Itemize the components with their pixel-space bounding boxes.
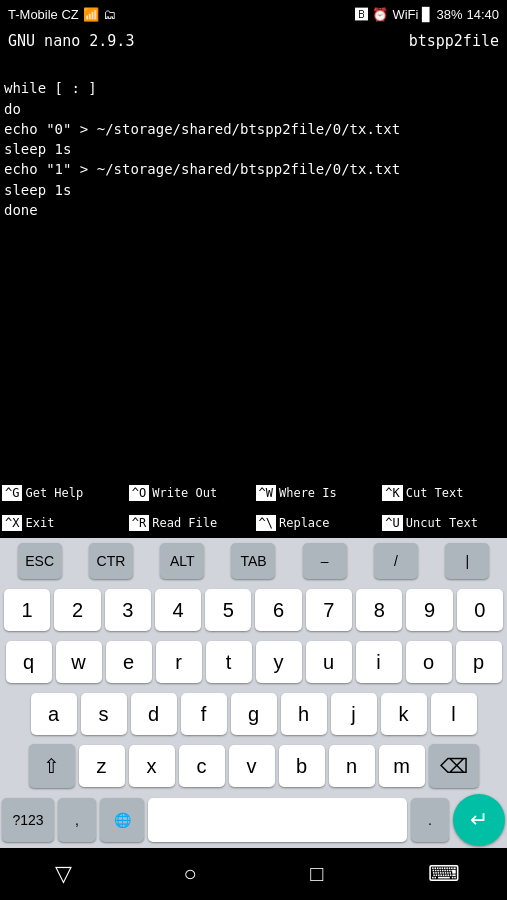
key-e[interactable]: e	[106, 641, 152, 683]
keyboard-number-row: 1 2 3 4 5 6 7 8 9 0	[0, 584, 507, 636]
key-v[interactable]: v	[229, 745, 275, 787]
key-comma[interactable]: ,	[58, 798, 96, 842]
key-a[interactable]: a	[31, 693, 77, 735]
bluetooth-icon: 🅱	[355, 7, 368, 22]
nano-cmd-row1: ^G Get Help ^O Write Out ^W Where Is ^K …	[0, 478, 507, 508]
status-left: T-Mobile CZ 📶 🗂	[8, 7, 116, 22]
key-globe[interactable]: 🌐	[100, 798, 144, 842]
key-g[interactable]: g	[231, 693, 277, 735]
nav-home-button[interactable]: ○	[160, 854, 220, 894]
nano-key-g: ^G	[2, 485, 22, 501]
keyboard-z-row: ⇧ z x c v b n m ⌫	[0, 740, 507, 792]
key-slash[interactable]: /	[374, 543, 418, 579]
key-4[interactable]: 4	[155, 589, 201, 631]
keyboard-bottom-row: ?123 , 🌐 . ↵	[0, 792, 507, 848]
carrier-label: T-Mobile CZ	[8, 7, 79, 22]
key-m[interactable]: m	[379, 745, 425, 787]
key-b[interactable]: b	[279, 745, 325, 787]
key-3[interactable]: 3	[105, 589, 151, 631]
nano-cmd-exit[interactable]: ^X Exit	[0, 508, 127, 538]
key-period[interactable]: .	[411, 798, 449, 842]
nav-back-button[interactable]: ▽	[33, 854, 93, 894]
editor-area[interactable]: while [ : ] do echo "0" > ~/storage/shar…	[0, 54, 507, 478]
key-w[interactable]: w	[56, 641, 102, 683]
key-tab[interactable]: TAB	[231, 543, 275, 579]
key-2[interactable]: 2	[54, 589, 100, 631]
battery-label: 38%	[436, 7, 462, 22]
editor-content: while [ : ] do echo "0" > ~/storage/shar…	[4, 80, 400, 218]
nano-key-x: ^X	[2, 515, 22, 531]
nano-cmd-writeout[interactable]: ^O Write Out	[127, 478, 254, 508]
key-dash[interactable]: –	[303, 543, 347, 579]
key-esc[interactable]: ESC	[18, 543, 62, 579]
key-t[interactable]: t	[206, 641, 252, 683]
key-i[interactable]: i	[356, 641, 402, 683]
nano-key-o: ^O	[129, 485, 149, 501]
key-y[interactable]: y	[256, 641, 302, 683]
nano-cmd-gethelp[interactable]: ^G Get Help	[0, 478, 127, 508]
status-right: 🅱 ⏰ WiFi ▊ 38% 14:40	[355, 7, 499, 22]
key-0[interactable]: 0	[457, 589, 503, 631]
alarm-icon: ⏰	[372, 7, 388, 22]
key-x[interactable]: x	[129, 745, 175, 787]
key-sym[interactable]: ?123	[2, 798, 54, 842]
keyboard-a-row: a s d f g h j k l	[0, 688, 507, 740]
shift-key[interactable]: ⇧	[29, 744, 75, 788]
key-enter[interactable]: ↵	[453, 794, 505, 846]
nav-keyboard-button[interactable]: ⌨	[414, 854, 474, 894]
key-z[interactable]: z	[79, 745, 125, 787]
key-d[interactable]: d	[131, 693, 177, 735]
key-o[interactable]: o	[406, 641, 452, 683]
nano-key-w: ^W	[256, 485, 276, 501]
nano-cmd-cuttext[interactable]: ^K Cut Text	[380, 478, 507, 508]
key-5[interactable]: 5	[205, 589, 251, 631]
wifi-icon: WiFi	[392, 7, 418, 22]
key-u[interactable]: u	[306, 641, 352, 683]
key-8[interactable]: 8	[356, 589, 402, 631]
key-n[interactable]: n	[329, 745, 375, 787]
nano-cmd-row2: ^X Exit ^R Read File ^\ Replace ^U Uncut…	[0, 508, 507, 538]
nano-cmd-uncuttext[interactable]: ^U Uncut Text	[380, 508, 507, 538]
backspace-key[interactable]: ⌫	[429, 744, 479, 788]
key-1[interactable]: 1	[4, 589, 50, 631]
nano-key-u: ^U	[382, 515, 402, 531]
key-ctr[interactable]: CTR	[89, 543, 133, 579]
nano-bottom: ^G Get Help ^O Write Out ^W Where Is ^K …	[0, 478, 507, 538]
key-alt[interactable]: ALT	[160, 543, 204, 579]
key-space[interactable]	[148, 798, 407, 842]
sd-icon: 🗂	[103, 7, 116, 22]
keyboard-special-row: ESC CTR ALT TAB – / |	[0, 538, 507, 584]
nav-bar: ▽ ○ □ ⌨	[0, 848, 507, 900]
nano-key-backslash: ^\	[256, 515, 276, 531]
key-6[interactable]: 6	[255, 589, 301, 631]
nano-cmd-replace[interactable]: ^\ Replace	[254, 508, 381, 538]
key-r[interactable]: r	[156, 641, 202, 683]
nano-cmd-whereis[interactable]: ^W Where Is	[254, 478, 381, 508]
key-c[interactable]: c	[179, 745, 225, 787]
sim-icon: 📶	[83, 7, 99, 22]
key-q[interactable]: q	[6, 641, 52, 683]
nano-filename-label: btspp2file	[409, 32, 499, 50]
key-p[interactable]: p	[456, 641, 502, 683]
time-label: 14:40	[466, 7, 499, 22]
keyboard-q-row: q w e r t y u i o p	[0, 636, 507, 688]
nav-recent-button[interactable]: □	[287, 854, 347, 894]
status-bar: T-Mobile CZ 📶 🗂 🅱 ⏰ WiFi ▊ 38% 14:40	[0, 0, 507, 28]
key-j[interactable]: j	[331, 693, 377, 735]
key-pipe[interactable]: |	[445, 543, 489, 579]
key-7[interactable]: 7	[306, 589, 352, 631]
key-l[interactable]: l	[431, 693, 477, 735]
key-9[interactable]: 9	[406, 589, 452, 631]
nano-header: GNU nano 2.9.3 btspp2file	[0, 28, 507, 54]
nano-key-k: ^K	[382, 485, 402, 501]
key-f[interactable]: f	[181, 693, 227, 735]
signal-icon: ▊	[422, 7, 432, 22]
key-h[interactable]: h	[281, 693, 327, 735]
key-s[interactable]: s	[81, 693, 127, 735]
nano-cmd-readfile[interactable]: ^R Read File	[127, 508, 254, 538]
nano-key-r: ^R	[129, 515, 149, 531]
nano-app-label: GNU nano 2.9.3	[8, 32, 134, 50]
key-k[interactable]: k	[381, 693, 427, 735]
